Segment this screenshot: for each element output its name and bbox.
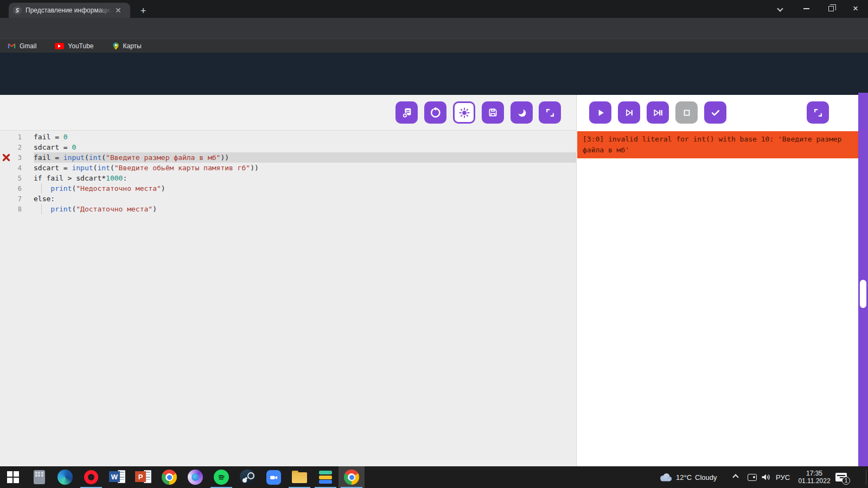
edge-icon — [58, 470, 73, 485]
line-number: 1 — [0, 133, 34, 141]
error-message-line1: [3:0] invalid literal for int() with bas… — [583, 134, 853, 145]
page-scrollbar[interactable] — [858, 93, 868, 466]
volume-icon[interactable] — [761, 466, 771, 488]
weather-cond: Cloudy — [695, 473, 717, 481]
taskbar-word[interactable]: W — [104, 466, 130, 488]
taskbar-bluestacks[interactable] — [312, 466, 339, 488]
browser-navbar: ← → learn.algoritmika.az/lesson?lesson=1… — [0, 18, 868, 38]
taskbar-powerpoint[interactable]: P — [130, 466, 156, 488]
editor-toolbar — [0, 95, 576, 131]
error-line-marker-icon — [2, 153, 10, 164]
chrome-icon — [344, 470, 359, 485]
code-line[interactable]: 3fail = input(int("Введите размер файла … — [0, 152, 576, 163]
taskbar-chrome[interactable] — [156, 466, 182, 488]
line-number: 8 — [0, 206, 34, 213]
taskbar-chrome-active[interactable] — [339, 466, 365, 488]
calculator-icon — [34, 470, 45, 484]
code-line[interactable]: 6 print("Недостаточно места") — [0, 183, 576, 194]
line-number: 6 — [0, 185, 34, 192]
line-number: 5 — [0, 175, 34, 182]
run-to-end-button[interactable] — [647, 101, 669, 124]
taskbar-gameloop[interactable] — [182, 466, 208, 488]
add-file-button[interactable] — [395, 101, 418, 124]
gmail-icon — [8, 42, 16, 49]
close-button[interactable]: × — [843, 0, 868, 17]
minimize-button[interactable] — [794, 0, 819, 17]
editor-pane: 1fail = 02sdcart = 03fail = input(int("В… — [0, 95, 576, 466]
restore-button[interactable] — [819, 0, 844, 17]
taskbar-opera[interactable] — [78, 466, 104, 488]
bookmark-gmail[interactable]: Gmail — [8, 42, 36, 50]
notification-center[interactable]: 1 — [835, 466, 847, 488]
file-explorer-icon — [292, 471, 307, 484]
language-indicator[interactable]: РУС — [776, 466, 790, 488]
weather-temp: 12°C — [676, 473, 692, 481]
hidden-icons-chevron[interactable] — [733, 466, 738, 488]
taskbar-edge[interactable] — [52, 466, 78, 488]
taskbar-spotify[interactable] — [208, 466, 234, 488]
code-lines: 1fail = 02sdcart = 03fail = input(int("В… — [0, 132, 576, 214]
opera-icon — [84, 470, 98, 484]
output-pane: [3:0] invalid literal for int() with bas… — [576, 95, 858, 466]
taskbar-file-explorer[interactable] — [286, 466, 312, 488]
tab-close-icon[interactable]: ✕ — [115, 7, 122, 14]
powerpoint-icon: P — [135, 470, 151, 485]
light-theme-button[interactable] — [453, 101, 475, 124]
tab-favicon-icon — [13, 6, 22, 15]
dark-theme-button[interactable] — [510, 101, 533, 124]
lesson-header: ← Представление информац... 1 2 Ayan Meh… — [0, 53, 868, 95]
browser-titlebar: Представление информации в ✕ + × — [0, 0, 868, 18]
new-tab-button[interactable]: + — [137, 4, 150, 17]
chrome-icon — [162, 470, 177, 485]
clock[interactable]: 17:35 01.11.2022 — [795, 466, 833, 488]
stop-button[interactable] — [675, 101, 698, 124]
windows-logo-icon — [7, 471, 19, 483]
run-button[interactable] — [589, 101, 611, 124]
taskbar-steam[interactable] — [234, 466, 260, 488]
code-line[interactable]: 1fail = 0 — [0, 132, 576, 142]
code-line[interactable]: 5if fail > sdcart*1000: — [0, 173, 576, 183]
gameloop-icon — [188, 470, 203, 485]
taskbar-calculator[interactable] — [26, 466, 52, 488]
maps-pin-icon — [112, 42, 119, 50]
word-icon: W — [109, 470, 125, 485]
line-number: 2 — [0, 144, 34, 151]
bookmark-maps[interactable]: Карты — [112, 42, 142, 50]
line-number: 7 — [0, 195, 34, 203]
weather-text[interactable]: 12°C Cloudy — [676, 466, 717, 488]
editor-fullscreen-button[interactable] — [539, 101, 561, 124]
start-button[interactable] — [0, 466, 26, 488]
output-fullscreen-button[interactable] — [807, 101, 829, 124]
show-desktop-edge[interactable] — [866, 470, 866, 485]
code-line[interactable]: 7else: — [0, 194, 576, 204]
error-message: [3:0] invalid literal for int() with bas… — [577, 131, 859, 158]
screen: Представление информации в ✕ + × ← → lea… — [0, 0, 868, 488]
code-line[interactable]: 2sdcart = 0 — [0, 142, 576, 152]
clock-date: 01.11.2022 — [798, 477, 830, 485]
spotify-icon — [214, 470, 229, 485]
youtube-icon — [55, 43, 64, 49]
steam-icon — [240, 470, 255, 485]
bluestacks-icon — [319, 471, 332, 484]
taskbar: W P 12°C Cloudy РУС 17:35 01.11.2022 — [0, 466, 868, 488]
weather-cloud-icon[interactable] — [659, 466, 673, 488]
notification-icon: 1 — [835, 473, 847, 481]
code-line[interactable]: 8 print("Достаточно места") — [0, 204, 576, 214]
tray-device-icon[interactable] — [748, 466, 757, 488]
error-message-line2: файла в мб' — [583, 145, 853, 156]
step-next-button[interactable] — [618, 101, 640, 124]
taskbar-zoom[interactable] — [260, 466, 286, 488]
bookmarks-bar: Gmail YouTube Карты — [0, 38, 868, 53]
submit-check-button[interactable] — [704, 101, 726, 124]
tab-title: Представление информации в — [25, 7, 111, 14]
scrollbar-thumb[interactable] — [860, 280, 866, 308]
notification-badge: 1 — [842, 477, 850, 485]
clock-time: 17:35 — [806, 470, 822, 477]
save-button[interactable] — [482, 101, 504, 124]
browser-tab[interactable]: Представление информации в ✕ — [9, 3, 130, 18]
reset-button[interactable] — [424, 101, 446, 124]
tab-search-chevron-icon[interactable] — [768, 0, 793, 17]
bookmark-youtube[interactable]: YouTube — [55, 42, 93, 50]
code-line[interactable]: 4sdcart = input(int("Введите обьём карты… — [0, 163, 576, 173]
line-number: 4 — [0, 164, 34, 172]
